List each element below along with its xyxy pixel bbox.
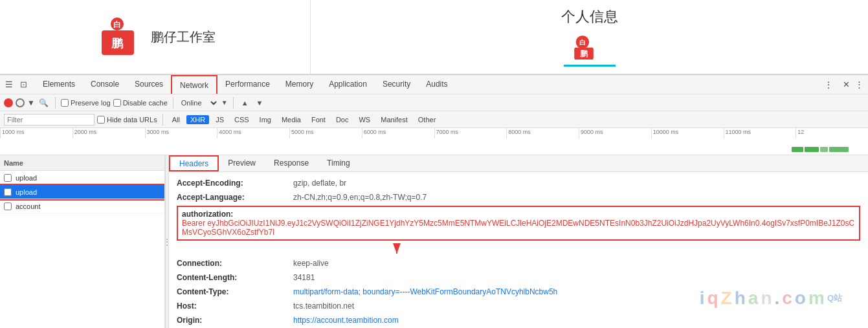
svg-text:鹏: 鹏 bbox=[111, 37, 124, 50]
logo-small: 白 鹏 bbox=[572, 33, 607, 62]
brand-name: 鹏仔工作室 bbox=[151, 28, 216, 46]
mark-4000: 4000 ms bbox=[217, 128, 289, 138]
filter-doc[interactable]: Doc bbox=[332, 115, 353, 124]
name-column-header: Name bbox=[4, 159, 23, 167]
tl-bar-1 bbox=[792, 147, 803, 152]
mark-3000: 3000 ms bbox=[145, 128, 217, 138]
timeline-bars bbox=[792, 147, 849, 152]
filter-bar: Hide data URLs All XHR JS CSS Img Media … bbox=[0, 111, 868, 128]
filter-all[interactable]: All bbox=[168, 115, 184, 124]
file-list-header: Name bbox=[0, 155, 164, 171]
arrow-svg bbox=[358, 243, 436, 256]
header-value-content-type: multipart/form-data; boundary=----WebKit… bbox=[293, 286, 557, 298]
preview-area: 白 鹏 鹏仔工作室 个人信息 白 鹏 bbox=[0, 0, 868, 74]
clear-button[interactable] bbox=[16, 98, 25, 107]
filter-font[interactable]: Font bbox=[307, 115, 329, 124]
header-accept-encoding: Accept-Encoding: gzip, deflate, br bbox=[177, 177, 860, 189]
svg-text:白: 白 bbox=[579, 39, 586, 46]
expand-devtools-icon[interactable]: ⋮ bbox=[852, 78, 865, 91]
tab-application[interactable]: Application bbox=[321, 75, 375, 94]
timeline-ruler: 1000 ms 2000 ms 3000 ms 4000 ms 5000 ms … bbox=[0, 128, 868, 138]
record-button[interactable] bbox=[4, 98, 13, 107]
mark-9000: 9000 ms bbox=[579, 128, 651, 138]
filter-js[interactable]: JS bbox=[212, 115, 228, 124]
tab-performance[interactable]: Performance bbox=[217, 75, 278, 94]
devtools-icons: ☰ ⊡ bbox=[3, 78, 30, 91]
preview-left: 白 鹏 鹏仔工作室 bbox=[0, 0, 311, 74]
separator-1 bbox=[55, 97, 56, 109]
tab-network[interactable]: Network bbox=[171, 75, 217, 94]
file-item-upload-2[interactable]: upload bbox=[0, 185, 164, 199]
inspect-icon[interactable]: ☰ bbox=[3, 78, 16, 91]
page-title: 个人信息 bbox=[561, 7, 618, 27]
preserve-log-input[interactable] bbox=[61, 99, 69, 107]
preserve-log-checkbox[interactable]: Preserve log bbox=[61, 99, 111, 107]
tab-response[interactable]: Response bbox=[265, 155, 318, 171]
headers-content: Accept-Encoding: gzip, deflate, br Accep… bbox=[169, 172, 868, 328]
disable-cache-input[interactable] bbox=[113, 99, 121, 107]
tab-sources[interactable]: Sources bbox=[127, 75, 171, 94]
tl-bar-2 bbox=[805, 147, 819, 152]
tab-audits[interactable]: Audits bbox=[418, 75, 455, 94]
header-key-connection: Connection: bbox=[177, 257, 293, 269]
file-checkbox-2[interactable] bbox=[4, 188, 12, 196]
file-item-account[interactable]: account bbox=[0, 199, 164, 213]
tab-elements[interactable]: Elements bbox=[35, 75, 83, 94]
tab-preview[interactable]: Preview bbox=[219, 155, 265, 171]
tab-headers[interactable]: Headers bbox=[169, 155, 219, 171]
file-name-2: upload bbox=[16, 188, 37, 196]
throttle-select[interactable]: Online Fast 3G Slow 3G Offline bbox=[179, 98, 219, 107]
tab-security[interactable]: Security bbox=[375, 75, 418, 94]
devtools-panel: ☰ ⊡ Elements Console Sources Network Per… bbox=[0, 74, 868, 328]
header-host: Host: tcs.teambition.net bbox=[177, 300, 860, 312]
file-name-3: account bbox=[16, 202, 41, 210]
file-checkbox-1[interactable] bbox=[4, 174, 12, 182]
header-value-authorization: Bearer eyJhbGciOiJIUzI1NiJ9.eyJ1c2VySWQi… bbox=[182, 219, 855, 237]
header-key-authorization: authorization: bbox=[182, 210, 298, 219]
header-value-accept-encoding: gzip, deflate, br bbox=[293, 177, 346, 189]
search-icon[interactable]: 🔍 bbox=[38, 97, 50, 109]
network-toolbar: ▼ 🔍 Preserve log Disable cache Online Fa… bbox=[0, 94, 868, 111]
header-origin: Origin: https://account.teambition.com bbox=[177, 314, 860, 326]
timeline-area: 1000 ms 2000 ms 3000 ms 4000 ms 5000 ms … bbox=[0, 128, 868, 155]
tab-memory[interactable]: Memory bbox=[278, 75, 321, 94]
filter-manifest[interactable]: Manifest bbox=[377, 115, 412, 124]
filter-img[interactable]: Img bbox=[256, 115, 275, 124]
mark-5000: 5000 ms bbox=[289, 128, 362, 138]
filter-icon[interactable]: ▼ bbox=[27, 98, 35, 107]
mark-8000: 8000 ms bbox=[506, 128, 579, 138]
header-key-accept-encoding: Accept-Encoding: bbox=[177, 177, 293, 189]
import-button[interactable]: ▲ bbox=[239, 98, 251, 108]
separator-2 bbox=[173, 97, 173, 109]
header-key-content-length: Content-Length: bbox=[177, 272, 293, 283]
tl-bar-4 bbox=[829, 147, 849, 152]
filter-other[interactable]: Other bbox=[414, 115, 440, 124]
header-content-length: Content-Length: 34181 bbox=[177, 272, 860, 283]
filter-sep bbox=[162, 114, 163, 126]
tab-timing[interactable]: Timing bbox=[318, 155, 359, 171]
mark-10000: 10000 ms bbox=[651, 128, 724, 138]
svg-text:白: 白 bbox=[113, 20, 121, 29]
filter-ws[interactable]: WS bbox=[355, 115, 374, 124]
more-tabs-icon[interactable]: ⋮ bbox=[820, 80, 837, 90]
disable-cache-checkbox[interactable]: Disable cache bbox=[113, 99, 168, 107]
close-devtools-icon[interactable]: ✕ bbox=[840, 78, 852, 91]
mark-12000: 12 bbox=[796, 128, 868, 138]
file-item-upload-1[interactable]: upload bbox=[0, 171, 164, 185]
mark-2000: 2000 ms bbox=[72, 128, 145, 138]
filter-input[interactable] bbox=[4, 114, 95, 126]
filter-css[interactable]: CSS bbox=[230, 115, 253, 124]
hide-data-urls-checkbox[interactable]: Hide data URLs bbox=[97, 116, 157, 124]
header-value-content-length: 34181 bbox=[293, 272, 315, 283]
hide-data-urls-input[interactable] bbox=[97, 116, 105, 124]
export-button[interactable]: ▼ bbox=[254, 98, 266, 108]
header-value-accept-language: zh-CN,zh;q=0.9,en;q=0.8,zh-TW;q=0.7 bbox=[293, 191, 427, 203]
tab-console[interactable]: Console bbox=[83, 75, 127, 94]
filter-xhr[interactable]: XHR bbox=[186, 115, 209, 124]
file-checkbox-3[interactable] bbox=[4, 202, 12, 210]
mark-6000: 6000 ms bbox=[362, 128, 434, 138]
device-icon[interactable]: ⊡ bbox=[17, 78, 30, 91]
filter-media[interactable]: Media bbox=[278, 115, 305, 124]
small-logo: 白 鹏 bbox=[572, 33, 607, 62]
header-authorization-row: authorization: Bearer eyJhbGciOiJIUzI1Ni… bbox=[177, 206, 860, 241]
